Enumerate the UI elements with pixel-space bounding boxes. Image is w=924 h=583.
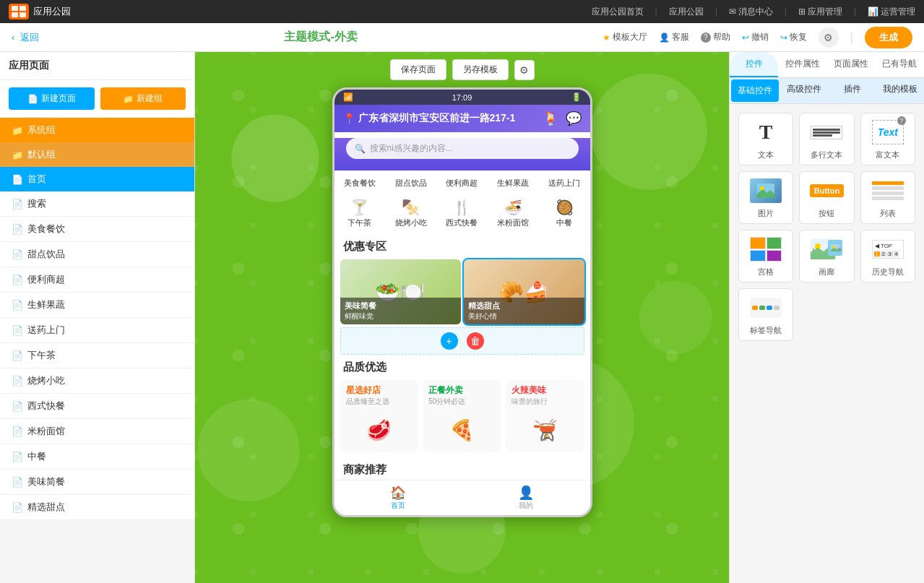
- sidebar-item-bbq[interactable]: 📄 烧烤小吃: [0, 368, 194, 394]
- nav-home-link[interactable]: 应用公园首页: [592, 6, 644, 18]
- new-group-icon: 📁: [123, 94, 134, 104]
- widget-image-icon: [748, 176, 784, 205]
- page-icon: 📄: [12, 452, 23, 462]
- template-hall-btn[interactable]: ★ 模板大厅: [603, 31, 647, 43]
- cat-icon-chinese[interactable]: 🥘 中餐: [539, 199, 590, 228]
- widget-grid-item[interactable]: 宫格: [738, 230, 793, 282]
- sidebar-item-search[interactable]: 📄 搜索: [0, 191, 194, 217]
- quality-item-spicy[interactable]: 火辣美味 味蕾的旅行 🫕: [506, 380, 584, 452]
- widget-tag-nav[interactable]: 标签导航: [738, 288, 793, 341]
- sidebar-group-system[interactable]: 📁 系统组: [0, 118, 194, 142]
- phone-search-bar[interactable]: 🔍 搜索ni感兴趣的内容...: [346, 138, 579, 159]
- sidebar-item-simplemeal[interactable]: 📄 美味简餐: [0, 470, 194, 495]
- redo-btn[interactable]: ↪ 恢复: [780, 31, 807, 43]
- widget-button[interactable]: Button 按钮: [799, 171, 854, 224]
- promo-label-2: 精选甜点 美好心情: [464, 298, 584, 324]
- back-button[interactable]: ‹ 返回: [12, 31, 39, 44]
- quality-item-top-2: 正餐外卖 50分钟必达: [423, 380, 501, 408]
- widget-history-icon: ◀ TOP 1 2 3 4: [870, 235, 906, 264]
- sidebar-item-chinese[interactable]: 📄 中餐: [0, 444, 194, 470]
- phone-header-icons: 🍹 💬: [543, 111, 582, 126]
- phone-nav-mine[interactable]: 👤 我的: [462, 485, 590, 511]
- customer-service-btn[interactable]: 👤 客服: [659, 31, 689, 43]
- settings-btn[interactable]: ⚙: [819, 27, 839, 48]
- sidebar-item-food[interactable]: 📄 美食餐饮: [0, 217, 194, 242]
- cat-item-medicine[interactable]: 送药上门: [539, 176, 590, 190]
- page-icon: 📄: [12, 249, 23, 260]
- user-icon: 👤: [659, 33, 670, 43]
- sidebar-item-dessert[interactable]: 📄 甜点饮品: [0, 242, 194, 267]
- page-icon: 📄: [12, 376, 23, 386]
- widget-tagnav-icon: [748, 293, 784, 322]
- cat-item-food[interactable]: 美食餐饮: [334, 176, 386, 190]
- subtab-plugin[interactable]: 插件: [829, 78, 876, 103]
- cat-item-fresh[interactable]: 生鲜果蔬: [488, 176, 539, 190]
- new-page-button[interactable]: 📄 新建页面: [9, 87, 95, 110]
- tab-navigation[interactable]: 已有导航: [876, 52, 924, 77]
- cat-icon-bbq[interactable]: 🍢 烧烤小吃: [385, 199, 436, 228]
- tab-widget[interactable]: 控件: [730, 52, 778, 77]
- canvas-settings-btn[interactable]: ⚙: [514, 60, 535, 80]
- subtab-advanced[interactable]: 高级控件: [780, 78, 828, 103]
- sidebar-title: 应用页面: [0, 52, 194, 80]
- page-icon: 📄: [12, 325, 23, 336]
- quality-item-star[interactable]: 星选好店 品质臻至之选 🥩: [340, 380, 419, 452]
- add-promo-button[interactable]: +: [441, 332, 458, 350]
- cat-icon-tea[interactable]: 🍸 下午茶: [334, 199, 386, 228]
- subtab-basic[interactable]: 基础控件: [731, 79, 779, 102]
- delete-promo-button[interactable]: 🗑: [467, 332, 484, 350]
- page-icon: 📄: [12, 224, 23, 235]
- sidebar-item-fresh[interactable]: 📄 生鲜果蔬: [0, 293, 194, 318]
- widget-richtext[interactable]: Text ? 富文本: [860, 113, 915, 165]
- sidebar-item-medicine[interactable]: 📄 送药上门: [0, 318, 194, 343]
- home-nav-icon: 🏠: [334, 485, 462, 501]
- widget-multitext-icon: [808, 118, 845, 147]
- phone-nav-home[interactable]: 🏠 首页: [334, 485, 462, 511]
- quality-item-delivery[interactable]: 正餐外卖 50分钟必达 🍕: [423, 380, 501, 452]
- phone-categories-row1: 美食餐饮 甜点饮品 便利商超 生鲜果蔬 送药上门: [334, 170, 590, 196]
- new-group-button[interactable]: 📁 新建组: [100, 87, 186, 110]
- widget-multitext[interactable]: 多行文本: [799, 113, 854, 165]
- sidebar-item-western[interactable]: 📄 西式快餐: [0, 394, 194, 419]
- promo-item-dessert[interactable]: 🥐🍰 精选甜点 美好心情: [464, 259, 584, 324]
- widget-list[interactable]: 列表: [860, 171, 915, 224]
- nav-appmgr-link[interactable]: ⊞ 应用管理: [798, 6, 842, 18]
- sidebar-item-selectdessert[interactable]: 📄 精选甜点: [0, 495, 194, 520]
- nav-opsmgr-link[interactable]: 📊 运营管理: [868, 6, 915, 18]
- cat-item-dessert[interactable]: 甜点饮品: [385, 176, 436, 190]
- main-toolbar: ‹ 返回 主题模式-外卖 ★ 模板大厅 👤 客服 ? 帮助 ↩ 撤销 ↪ 恢复 …: [0, 23, 924, 52]
- page-icon: 📄: [12, 300, 23, 311]
- sidebar-group-default[interactable]: 📁 默认组: [0, 142, 194, 167]
- cat-item-convenience[interactable]: 便利商超: [436, 176, 488, 190]
- signal-icon: 📶: [343, 92, 353, 102]
- sidebar-item-convenience[interactable]: 📄 便利商超: [0, 267, 194, 293]
- help-btn[interactable]: ? 帮助: [701, 31, 730, 43]
- widget-text[interactable]: T 文本: [738, 113, 793, 165]
- folder-icon-2: 📁: [12, 150, 23, 160]
- battery-icon: 🔋: [571, 92, 582, 102]
- right-panel: 控件 控件属性 页面属性 已有导航 基础控件 高级控件 插件 我的模板 T 文本: [729, 52, 924, 583]
- subtab-mytemplate[interactable]: 我的模板: [876, 78, 924, 103]
- cat-icon-noodle[interactable]: 🍜 米粉面馆: [488, 199, 539, 228]
- widget-button-icon: Button: [808, 176, 845, 205]
- nav-park-link[interactable]: 应用公园: [669, 6, 704, 18]
- nav-message-link[interactable]: ✉ 消息中心: [729, 6, 773, 18]
- widget-gallery[interactable]: › ‹ 画廊: [799, 230, 854, 282]
- promo-item-simplemeal[interactable]: 🥗🍽️ 美味简餐 鲜醒味觉: [340, 259, 461, 324]
- logo-icon: [9, 4, 29, 20]
- sidebar-item-tea[interactable]: 📄 下午茶: [0, 343, 194, 368]
- undo-btn[interactable]: ↩ 撤销: [742, 31, 769, 43]
- save-template-button[interactable]: 另存模板: [452, 59, 509, 80]
- sidebar-item-noodle[interactable]: 📄 米粉面馆: [0, 419, 194, 444]
- quality-img-2: 🍕: [423, 408, 501, 452]
- tab-widget-props[interactable]: 控件属性: [778, 52, 826, 77]
- widget-text-icon: T: [748, 118, 784, 147]
- sidebar-item-home[interactable]: 📄 首页: [0, 167, 194, 191]
- widget-grid-icon: [748, 235, 784, 264]
- generate-button[interactable]: 生成: [865, 27, 912, 48]
- tab-page-props[interactable]: 页面属性: [827, 52, 876, 77]
- cat-icon-western[interactable]: 🍴 西式快餐: [436, 199, 488, 228]
- save-page-button[interactable]: 保存页面: [390, 59, 446, 80]
- widget-history-nav[interactable]: ◀ TOP 1 2 3 4 历史导航: [860, 230, 915, 282]
- widget-image[interactable]: 图片: [738, 171, 793, 224]
